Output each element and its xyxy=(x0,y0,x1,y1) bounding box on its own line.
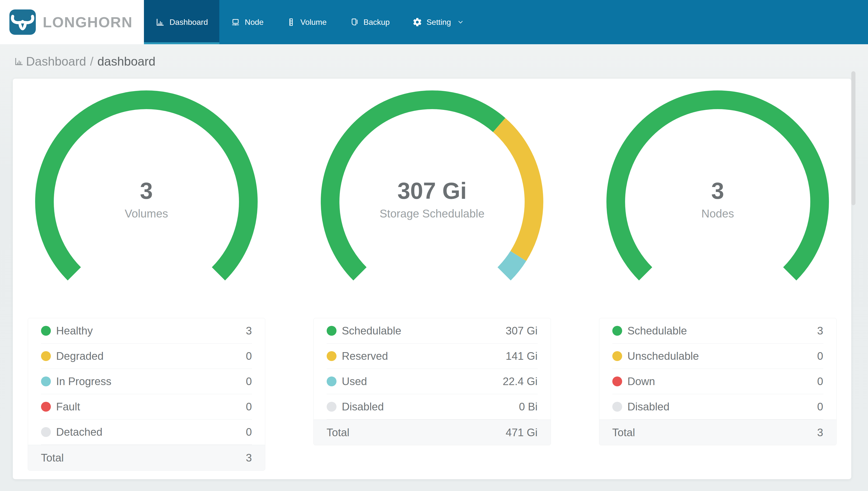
legend-row-detached: Detached0 xyxy=(41,420,252,445)
nav-label-dashboard: Dashboard xyxy=(169,18,208,27)
legend-row-unschedulable: Unschedulable0 xyxy=(612,344,823,369)
gauge-donut-chart xyxy=(35,90,258,314)
legend-dot-icon xyxy=(327,326,337,336)
legend-table-nodes: Schedulable3Unschedulable0Down0Disabled0… xyxy=(599,318,837,445)
legend-dot-icon xyxy=(41,376,51,386)
dashboard-card: 3VolumesHealthy3Degraded0In Progress0Fau… xyxy=(13,79,851,479)
legend-label: Down xyxy=(627,375,817,387)
legend-value: 0 xyxy=(246,350,252,362)
gauge-segment-healthy[interactable] xyxy=(44,100,248,274)
legend-table-volumes: Healthy3Degraded0In Progress0Fault0Detac… xyxy=(28,318,265,471)
total-label: Total xyxy=(41,452,64,464)
bar-chart-icon xyxy=(14,56,24,66)
legend-row-healthy: Healthy3 xyxy=(41,318,252,344)
dashboard-column-nodes: 3NodesSchedulable3Unschedulable0Down0Dis… xyxy=(597,90,838,471)
legend-row-degraded: Degraded0 xyxy=(41,344,252,369)
nav-item-volume[interactable]: Volume xyxy=(275,0,338,44)
legend-dot-icon xyxy=(612,402,622,412)
total-label: Total xyxy=(612,426,635,439)
vertical-scrollbar-thumb[interactable] xyxy=(851,71,856,205)
dashboard-column-volumes: 3VolumesHealthy3Degraded0In Progress0Fau… xyxy=(26,90,267,471)
legend-value: 307 Gi xyxy=(506,325,538,337)
legend-row-schedulable: Schedulable307 Gi xyxy=(327,318,538,344)
nav-item-node[interactable]: Node xyxy=(219,0,275,44)
bar-chart-icon xyxy=(155,17,165,27)
legend-value: 0 xyxy=(246,375,252,387)
brand-name: LONGHORN xyxy=(43,14,133,31)
legend-dot-icon xyxy=(41,427,51,437)
legend-value: 141 Gi xyxy=(506,350,538,362)
legend-label: Reserved xyxy=(342,350,506,362)
legend-label: Detached xyxy=(56,426,246,438)
nav-label-node: Node xyxy=(245,18,264,27)
legend-value: 0 xyxy=(817,401,823,413)
legend-dot-icon xyxy=(612,326,622,336)
backup-icon xyxy=(349,17,359,27)
legend-label: Disabled xyxy=(342,401,519,413)
legend-dot-icon xyxy=(327,402,337,412)
gauge-volumes: 3Volumes xyxy=(35,90,258,314)
legend-row-schedulable: Schedulable3 xyxy=(612,318,823,344)
nav-label-volume: Volume xyxy=(300,18,327,27)
gauge-segment-used[interactable] xyxy=(504,256,518,274)
legend-value: 3 xyxy=(817,325,823,337)
legend-dot-icon xyxy=(41,351,51,361)
laptop-icon xyxy=(230,17,241,27)
legend-row-reserved: Reserved141 Gi xyxy=(327,344,538,369)
total-value: 471 Gi xyxy=(506,426,538,439)
legend-label: Degraded xyxy=(56,350,246,362)
top-navbar: LONGHORN Dashboard Node xyxy=(0,0,868,44)
legend-total-row: Total3 xyxy=(599,420,836,445)
legend-row-disabled: Disabled0 Bi xyxy=(327,394,538,420)
database-icon xyxy=(286,17,296,27)
legend-row-disabled: Disabled0 xyxy=(612,394,823,420)
legend-label: Healthy xyxy=(56,325,246,337)
legend-value: 0 Bi xyxy=(519,401,538,413)
legend-row-down: Down0 xyxy=(612,369,823,394)
legend-dot-icon xyxy=(612,351,622,361)
total-value: 3 xyxy=(817,426,823,439)
gear-icon xyxy=(412,17,422,27)
breadcrumb-current-page: dashboard xyxy=(97,54,155,68)
legend-table-storage-schedulable: Schedulable307 GiReserved141 GiUsed22.4 … xyxy=(313,318,551,445)
gauge-donut-chart xyxy=(606,90,830,314)
nav-item-setting[interactable]: Setting xyxy=(401,0,476,44)
gauge-segment-schedulable[interactable] xyxy=(330,100,499,274)
dashboard-column-storage-schedulable: 307 GiStorage SchedulableSchedulable307 … xyxy=(312,90,552,471)
legend-row-used: Used22.4 Gi xyxy=(327,369,538,394)
gauge-nodes: 3Nodes xyxy=(606,90,830,314)
dashboard-columns: 3VolumesHealthy3Degraded0In Progress0Fau… xyxy=(13,79,851,471)
legend-value: 0 xyxy=(246,401,252,413)
total-label: Total xyxy=(327,426,349,439)
legend-value: 3 xyxy=(246,325,252,337)
legend-total-row: Total3 xyxy=(28,445,265,470)
legend-dot-icon xyxy=(41,326,51,336)
legend-label: Schedulable xyxy=(342,325,506,337)
main-nav: Dashboard Node Volume xyxy=(144,0,868,44)
chevron-down-icon xyxy=(456,18,465,26)
legend-value: 0 xyxy=(817,350,823,362)
logo[interactable]: LONGHORN xyxy=(0,0,144,44)
nav-label-backup: Backup xyxy=(364,18,390,27)
longhorn-bull-icon xyxy=(9,8,36,36)
legend-label: Unschedulable xyxy=(627,350,817,362)
legend-label: Schedulable xyxy=(627,325,817,337)
gauge-segment-schedulable[interactable] xyxy=(616,100,819,274)
legend-label: Disabled xyxy=(627,401,817,413)
breadcrumb-section[interactable]: Dashboard xyxy=(26,54,86,68)
breadcrumb-separator: / xyxy=(90,54,94,68)
nav-item-dashboard[interactable]: Dashboard xyxy=(144,0,219,44)
nav-label-setting: Setting xyxy=(427,18,451,27)
legend-row-in-progress: In Progress0 xyxy=(41,369,252,394)
breadcrumb: Dashboard / dashboard xyxy=(0,44,868,79)
legend-value: 22.4 Gi xyxy=(503,375,538,387)
nav-item-backup[interactable]: Backup xyxy=(338,0,401,44)
legend-label: In Progress xyxy=(56,375,246,387)
legend-value: 0 xyxy=(817,375,823,387)
gauge-segment-reserved[interactable] xyxy=(499,125,534,256)
gauge-storage-schedulable: 307 GiStorage Schedulable xyxy=(320,90,544,314)
legend-dot-icon xyxy=(327,376,337,386)
legend-total-row: Total471 Gi xyxy=(314,420,551,445)
legend-dot-icon xyxy=(327,351,337,361)
gauge-donut-chart xyxy=(320,90,544,314)
